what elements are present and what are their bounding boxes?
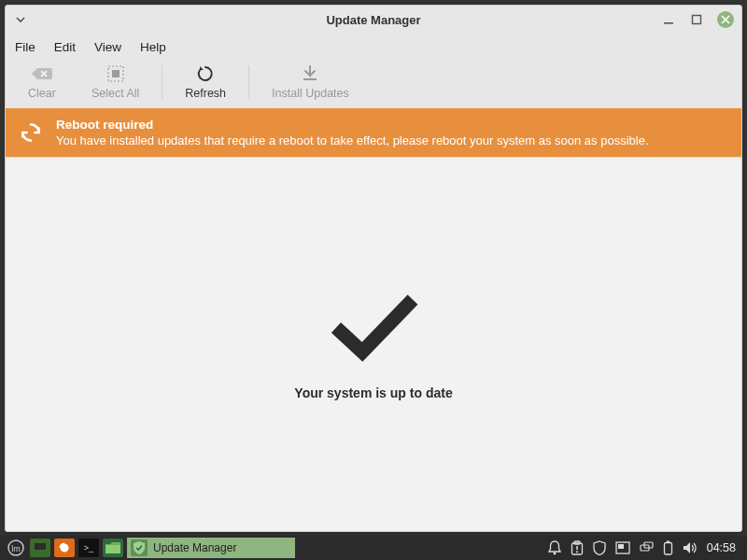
close-button[interactable] [717, 11, 734, 28]
install-updates-label: Install Updates [272, 87, 349, 100]
content-area: Your system is up to date [6, 157, 741, 531]
svg-rect-21 [667, 541, 669, 543]
menu-view[interactable]: View [94, 40, 121, 54]
titlebar-chevron-icon[interactable] [13, 12, 28, 27]
install-updates-button[interactable]: Install Updates [259, 64, 362, 100]
svg-rect-3 [112, 70, 120, 77]
taskbar: lm >_ Update Manager [0, 536, 747, 560]
titlebar[interactable]: Update Manager [6, 6, 741, 34]
select-all-button[interactable]: Select All [78, 64, 152, 100]
svg-point-11 [553, 553, 556, 555]
select-all-icon [107, 64, 124, 83]
update-manager-window: Update Manager File Edit View Help Clear [5, 5, 742, 532]
taskbar-app-label: Update Manager [153, 541, 236, 554]
terminal-launcher[interactable]: >_ [78, 539, 99, 557]
clear-button[interactable]: Clear [15, 64, 69, 100]
reboot-icon [19, 120, 43, 145]
select-all-label: Select All [92, 87, 139, 100]
show-desktop-button[interactable] [30, 539, 50, 557]
svg-rect-4 [303, 78, 317, 80]
refresh-icon [197, 64, 214, 83]
maximize-button[interactable] [689, 12, 704, 27]
menubar: File Edit View Help [6, 34, 741, 60]
taskbar-app-update-manager[interactable]: Update Manager [127, 538, 295, 558]
svg-text:lm: lm [11, 544, 21, 553]
toolbar-separator [248, 65, 249, 99]
menu-edit[interactable]: Edit [54, 40, 76, 54]
workspace-tray-icon[interactable] [615, 541, 630, 554]
volume-tray-icon[interactable] [683, 541, 698, 554]
reboot-banner: Reboot required You have installed updat… [6, 108, 741, 157]
checkmark-icon [327, 288, 420, 363]
svg-rect-20 [664, 543, 671, 555]
network-tray-icon[interactable] [640, 541, 654, 555]
clear-label: Clear [28, 87, 56, 100]
svg-point-15 [576, 551, 578, 553]
start-menu-button[interactable]: lm [6, 539, 26, 557]
install-updates-icon [302, 64, 318, 83]
menu-file[interactable]: File [15, 40, 35, 54]
svg-rect-1 [693, 16, 701, 24]
clock[interactable]: 04:58 [707, 541, 736, 554]
terminal-icon-label: >_ [84, 543, 93, 553]
system-tray: 04:58 [548, 540, 741, 555]
notifications-icon[interactable] [548, 540, 561, 555]
files-launcher[interactable] [103, 539, 123, 557]
banner-body: You have installed updates that require … [56, 133, 649, 147]
window-title: Update Manager [6, 13, 741, 27]
toolbar-separator [162, 65, 162, 99]
menu-help[interactable]: Help [140, 40, 166, 54]
updates-tray-icon[interactable] [571, 540, 584, 555]
clear-icon [32, 64, 52, 83]
svg-rect-8 [35, 543, 46, 550]
security-tray-icon[interactable] [593, 540, 606, 555]
battery-tray-icon[interactable] [663, 540, 673, 555]
toolbar: Clear Select All Refresh Install Updates [6, 60, 741, 108]
svg-rect-17 [618, 544, 624, 549]
banner-title: Reboot required [56, 118, 649, 132]
status-text: Your system is up to date [294, 385, 452, 400]
banner-text: Reboot required You have installed updat… [56, 118, 649, 147]
window-controls [661, 11, 734, 28]
firefox-launcher[interactable] [54, 539, 75, 557]
refresh-label: Refresh [185, 87, 226, 100]
minimize-button[interactable] [661, 12, 676, 27]
svg-rect-0 [664, 22, 673, 24]
shield-icon [131, 539, 148, 556]
refresh-button[interactable]: Refresh [172, 64, 239, 100]
svg-rect-10 [106, 545, 120, 553]
